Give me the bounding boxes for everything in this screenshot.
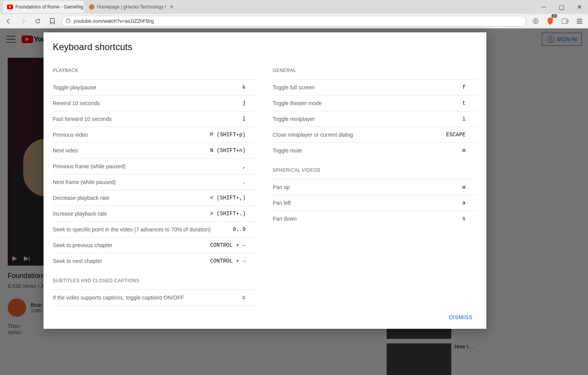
shortcut-label: Toggle mute (273, 147, 302, 154)
shortcut-key: CONTROL + ← (210, 242, 257, 248)
svg-point-1 (89, 4, 94, 10)
shortcut-row: Toggle full screen f (273, 79, 477, 95)
section-title: SUBTITLES AND CLOSED CAPTIONS (53, 278, 257, 283)
back-button[interactable] (3, 16, 14, 27)
wallet-icon[interactable] (560, 16, 570, 27)
shortcut-row: Rewind 10 seconds j (53, 95, 257, 111)
shortcut-row: Seek to previous chapter CONTROL + ← (53, 237, 257, 253)
shortcut-row: Seek to specific point in the video (7 a… (53, 221, 257, 237)
maximize-button[interactable]: ▢ (553, 1, 570, 13)
shortcut-row: Toggle mute m (273, 142, 477, 158)
shortcut-row: Toggle play/pause k (53, 79, 257, 95)
reload-button[interactable] (32, 16, 43, 27)
shortcut-key: N (SHIFT+n) (210, 147, 257, 154)
translate-icon[interactable] (530, 16, 541, 27)
shortcut-key: > (SHIFT+.) (210, 211, 257, 217)
shortcut-row: Previous video P (SHIFT+p) (53, 127, 257, 142)
url-input[interactable]: youtube.com/watch?v=as1lZZhFBrg (62, 16, 526, 27)
shortcut-key: . (243, 179, 257, 185)
shortcut-key: a (462, 200, 477, 206)
keyboard-shortcuts-dialog: Keyboard shortcuts PLAYBACK Toggle play/… (44, 32, 486, 329)
shortcut-label: Toggle theater mode (273, 100, 322, 106)
shortcut-row: Pan left a (273, 195, 477, 211)
shortcut-key: < (SHIFT+,) (210, 195, 257, 201)
shortcut-label: Previous video (53, 132, 88, 138)
minimize-button[interactable]: ─ (535, 1, 553, 13)
shortcut-key: w (462, 184, 477, 190)
shortcut-row: If the video supports captions, toggle c… (53, 290, 257, 305)
shortcut-row: Close miniplayer or current dialog ESCAP… (273, 127, 477, 142)
svg-rect-4 (562, 19, 568, 23)
ghacks-favicon-icon (89, 4, 95, 10)
shortcut-row: Increase playback rate > (SHIFT+.) (53, 206, 257, 221)
address-bar: youtube.com/watch?v=as1lZZhFBrg 25 (0, 14, 588, 28)
tab-strip: Foundations of Rome - GameNig ✕ Homepage… (0, 0, 588, 14)
shortcut-label: Rewind 10 seconds (53, 100, 100, 106)
bookmark-button[interactable] (47, 16, 58, 27)
shield-count-badge: 25 (551, 14, 557, 18)
shortcut-row: Previous frame (while paused) , (53, 158, 257, 174)
shortcut-key: k (243, 84, 257, 90)
shortcut-label: Seek to specific point in the video (7 a… (53, 226, 211, 233)
shortcut-row: Pan up w (273, 179, 477, 195)
dialog-actions: DISMISS (44, 306, 486, 329)
shortcut-label: If the video supports captions, toggle c… (53, 295, 184, 301)
shortcut-key: s (462, 216, 477, 222)
dialog-title: Keyboard shortcuts (53, 42, 477, 52)
shortcut-row: Next video N (SHIFT+n) (53, 142, 257, 158)
shortcut-label: Next video (53, 147, 78, 154)
dismiss-button[interactable]: DISMISS (443, 310, 479, 324)
shortcut-label: Next frame (while paused) (53, 179, 116, 185)
shortcut-label: Decrease playback rate (53, 195, 109, 201)
shortcut-row: Decrease playback rate < (SHIFT+,) (53, 190, 257, 206)
shortcut-row: Pan down s (273, 211, 477, 226)
menu-button[interactable] (574, 16, 585, 27)
svg-rect-2 (66, 20, 70, 23)
browser-chrome: Foundations of Rome - GameNig ✕ Homepage… (0, 0, 588, 28)
toolbar-right: 25 (530, 16, 585, 27)
shortcut-label: Seek to previous chapter (53, 242, 112, 248)
section-title: SPHERICAL VIDEOS (273, 167, 477, 173)
shortcut-label: Previous frame (while paused) (53, 163, 126, 169)
youtube-favicon-icon (7, 4, 13, 10)
shortcut-label: Close miniplayer or current dialog (273, 132, 353, 138)
section-title: PLAYBACK (53, 68, 257, 73)
shortcut-key: 0..9 (233, 226, 257, 233)
shortcut-row: Toggle miniplayer i (273, 111, 477, 127)
section-title: GENERAL (273, 68, 477, 73)
shortcut-label: Fast forward 10 seconds (53, 116, 112, 122)
shortcut-key: f (462, 84, 477, 90)
shortcut-key: ESCAPE (446, 132, 477, 138)
shortcut-label: Toggle miniplayer (273, 116, 315, 122)
shortcut-key: m (462, 147, 477, 154)
shortcut-label: Pan up (273, 184, 290, 190)
shortcut-label: Pan down (273, 216, 297, 222)
new-tab-button[interactable]: + (166, 2, 177, 12)
shortcut-row: Toggle theater mode t (273, 95, 477, 111)
shortcut-label: Toggle full screen (273, 84, 315, 90)
url-text: youtube.com/watch?v=as1lZZhFBrg (74, 18, 154, 24)
shortcut-key: i (462, 116, 477, 122)
shortcut-row: Fast forward 10 seconds l (53, 111, 257, 127)
shortcut-key: c (243, 295, 257, 301)
tab-active[interactable]: Foundations of Rome - GameNig ✕ (3, 1, 84, 13)
shortcut-row: Seek to next chapter CONTROL + → (53, 253, 257, 269)
shortcut-label: Seek to next chapter (53, 258, 102, 264)
tab-inactive[interactable]: Homepage | gHacks Technology News (85, 1, 166, 13)
shortcut-key: t (462, 100, 477, 106)
shortcut-key: l (243, 116, 257, 122)
tab-title: Homepage | gHacks Technology News (97, 4, 166, 10)
shortcut-key: CONTROL + → (210, 258, 257, 264)
forward-button (18, 16, 28, 27)
dialog-content[interactable]: Keyboard shortcuts PLAYBACK Toggle play/… (44, 32, 486, 306)
shortcut-row: Rotate through different text opacity le… (53, 305, 257, 306)
tab-title: Foundations of Rome - GameNig (15, 4, 83, 10)
shortcut-key: j (243, 100, 257, 106)
window-controls: ─ ▢ ✕ (535, 1, 588, 13)
brave-shield-icon[interactable]: 25 (545, 16, 556, 27)
shortcut-key: , (243, 163, 257, 169)
close-window-button[interactable]: ✕ (570, 1, 588, 13)
shortcut-label: Toggle play/pause (53, 84, 96, 90)
shortcut-row: Next frame (while paused) . (53, 174, 257, 190)
shortcut-key: P (SHIFT+p) (210, 132, 257, 138)
